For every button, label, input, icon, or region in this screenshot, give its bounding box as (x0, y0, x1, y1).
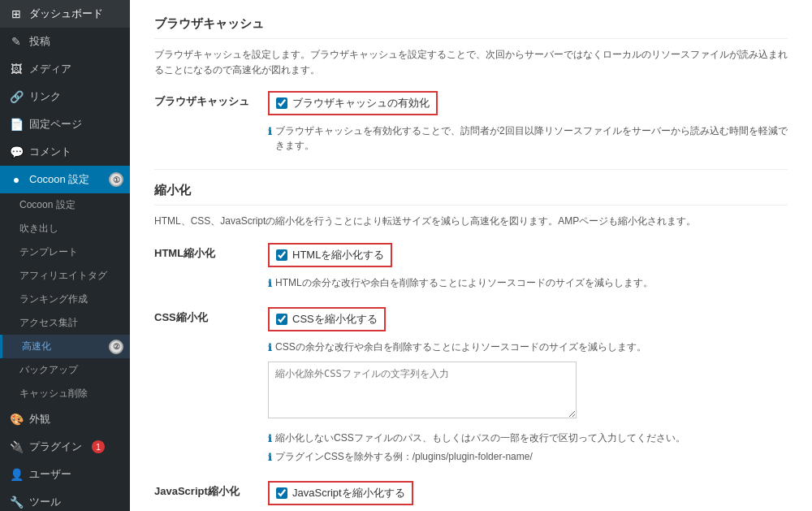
html-minify-row: HTML縮小化 HTMLを縮小化する ℹ HTMLの余分な改行や余白を削除するこ… (154, 243, 788, 291)
annotation-circle-1: ① (109, 172, 123, 187)
sidebar-sub-affiliate[interactable]: アフィリエイトタグ (0, 264, 130, 288)
media-icon: 🖼 (10, 63, 23, 76)
sidebar-sub-ranking[interactable]: ランキング作成 (0, 288, 130, 311)
html-minify-content: HTMLを縮小化する ℹ HTMLの余分な改行や余白を削除することによりソースコ… (268, 243, 788, 291)
css-minify-info1: ℹ CSSの余分な改行や余白を削除することによりソースコードのサイズを減らします… (268, 340, 788, 355)
sidebar-sub-access[interactable]: アクセス集計 (0, 311, 130, 335)
section-separator-1 (154, 169, 788, 170)
plugins-icon: 🔌 (10, 440, 23, 453)
sidebar-item-tools[interactable]: 🔧 ツール (0, 488, 130, 511)
minify-section: 縮小化 HTML、CSS、JavaScriptの縮小化を行うことにより転送サイズ… (154, 183, 788, 511)
appearance-icon: 🎨 (10, 413, 23, 426)
js-minify-row: JavaScript縮小化 JavaScriptを縮小化する ℹ JavaScr… (154, 481, 788, 511)
sidebar-item-users[interactable]: 👤 ユーザー (0, 461, 130, 488)
sidebar-sub-speedup[interactable]: 高速化 ② (0, 335, 130, 358)
browser-cache-label: ブラウザキャッシュ (154, 91, 252, 109)
main-content: ブラウザキャッシュ ブラウザキャッシュを設定します。ブラウザキャッシュを設定する… (130, 0, 812, 511)
html-minify-label: HTML縮小化 (154, 243, 252, 261)
html-minify-checkbox[interactable] (276, 249, 287, 261)
css-minify-checkbox[interactable] (276, 314, 287, 325)
js-minify-checkbox[interactable] (276, 487, 287, 499)
annotation-circle-2: ② (109, 340, 123, 354)
css-minify-info2: ℹ 縮小化しないCSSファイルのパス、もしくはパスの一部を改行で区切って入力して… (268, 431, 788, 446)
css-minify-content: CSSを縮小化する ℹ CSSの余分な改行や余白を削除することによりソースコード… (268, 307, 788, 465)
sidebar-item-plugins[interactable]: 🔌 プラグイン 1 (0, 433, 130, 461)
minify-desc: HTML、CSS、JavaScriptの縮小化を行うことにより転送サイズを減らし… (154, 214, 788, 229)
minify-title: 縮小化 (154, 183, 788, 206)
comments-icon: 💬 (10, 145, 23, 158)
pages-icon: 📄 (10, 118, 23, 131)
posts-icon: ✎ (10, 35, 23, 48)
css-minify-checkbox-row: CSSを縮小化する (268, 307, 386, 331)
tools-icon: 🔧 (10, 496, 23, 509)
css-minify-checkbox-label: CSSを縮小化する (292, 312, 378, 327)
browser-cache-section: ブラウザキャッシュ ブラウザキャッシュを設定します。ブラウザキャッシュを設定する… (154, 16, 788, 153)
browser-cache-desc: ブラウザキャッシュを設定します。ブラウザキャッシュを設定することで、次回からサー… (154, 47, 788, 78)
sidebar-item-posts[interactable]: ✎ 投稿 (0, 28, 130, 55)
js-minify-checkbox-row: JavaScriptを縮小化する (268, 481, 413, 505)
sidebar: ⊞ ダッシュボード ✎ 投稿 🖼 メディア 🔗 リンク 📄 固定ページ 💬 コメ… (0, 0, 130, 511)
info-icon-4: ℹ (268, 431, 272, 446)
js-minify-label: JavaScript縮小化 (154, 481, 252, 499)
info-icon-2: ℹ (268, 276, 272, 291)
html-minify-checkbox-label: HTMLを縮小化する (292, 248, 384, 262)
info-icon-5: ℹ (268, 450, 272, 465)
js-minify-checkbox-label: JavaScriptを縮小化する (292, 486, 405, 500)
css-minify-row: CSS縮小化 CSSを縮小化する ℹ CSSの余分な改行や余白を削除することによ… (154, 307, 788, 465)
sidebar-item-pages[interactable]: 📄 固定ページ (0, 110, 130, 138)
sidebar-sub-cocoon-top[interactable]: Cocoon 設定 (0, 193, 130, 217)
html-minify-checkbox-row: HTMLを縮小化する (268, 243, 392, 267)
js-minify-content: JavaScriptを縮小化する ℹ JavaScript（jQuery）の余分… (268, 481, 788, 511)
dashboard-icon: ⊞ (10, 7, 23, 20)
sidebar-sub-cache[interactable]: キャッシュ削除 (0, 382, 130, 405)
browser-cache-content: ブラウザキャッシュの有効化 ℹ ブラウザキャッシュを有効化することで、訪問者が2… (268, 91, 788, 153)
sidebar-item-dashboard[interactable]: ⊞ ダッシュボード (0, 0, 130, 28)
browser-cache-title: ブラウザキャッシュ (154, 16, 788, 39)
sidebar-item-links[interactable]: 🔗 リンク (0, 83, 130, 110)
plugins-badge: 1 (92, 440, 105, 453)
sidebar-sub-template[interactable]: テンプレート (0, 240, 130, 264)
sidebar-sub-backup[interactable]: バックアップ (0, 358, 130, 382)
browser-cache-row: ブラウザキャッシュ ブラウザキャッシュの有効化 ℹ ブラウザキャッシュを有効化す… (154, 91, 788, 153)
users-icon: 👤 (10, 468, 23, 481)
sidebar-item-comments[interactable]: 💬 コメント (0, 138, 130, 166)
css-exclude-textarea[interactable] (268, 362, 577, 418)
sidebar-item-media[interactable]: 🖼 メディア (0, 55, 130, 83)
sidebar-sub-balloon[interactable]: 吹き出し (0, 217, 130, 240)
sidebar-item-appearance[interactable]: 🎨 外観 (0, 405, 130, 433)
browser-cache-checkbox-row: ブラウザキャッシュの有効化 (268, 91, 438, 115)
html-minify-info: ℹ HTMLの余分な改行や余白を削除することによりソースコードのサイズを減らしま… (268, 275, 788, 291)
info-icon-3: ℹ (268, 340, 272, 355)
sidebar-item-cocoon[interactable]: ● Cocoon 設定 ① (0, 166, 130, 193)
links-icon: 🔗 (10, 90, 23, 103)
browser-cache-checkbox[interactable] (276, 97, 287, 109)
cocoon-icon: ● (10, 173, 23, 186)
browser-cache-info: ℹ ブラウザキャッシュを有効化することで、訪問者が2回目以降リソースファイルをサ… (268, 123, 788, 153)
css-minify-info3: ℹ プラグインCSSを除外する例：/plugins/plugin-folder-… (268, 449, 788, 465)
css-minify-label: CSS縮小化 (154, 307, 252, 325)
info-icon-1: ℹ (268, 124, 272, 139)
browser-cache-checkbox-label: ブラウザキャッシュの有効化 (292, 96, 430, 110)
